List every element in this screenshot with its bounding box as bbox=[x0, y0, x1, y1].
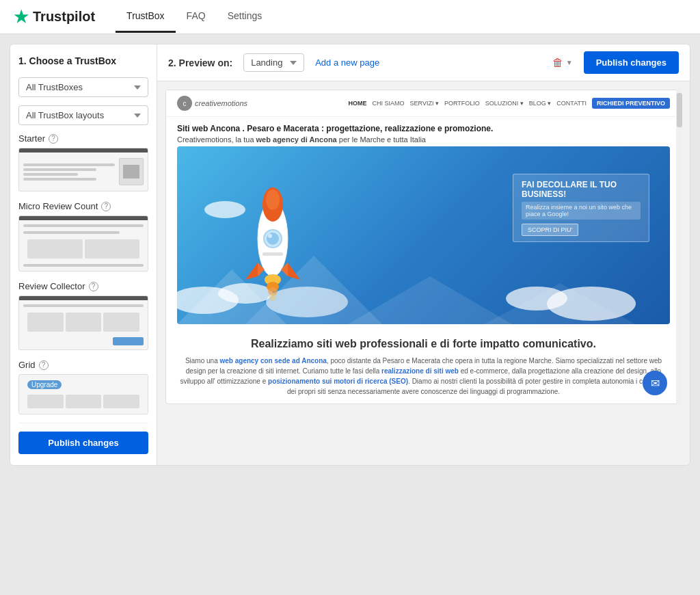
hero-cta-btn: SCOPRI DI PIU' bbox=[522, 224, 578, 236]
tab-settings[interactable]: Settings bbox=[217, 1, 273, 33]
header-publish-button[interactable]: Publish changes bbox=[584, 51, 679, 74]
micro-content bbox=[19, 220, 148, 271]
micro-info-icon[interactable]: ? bbox=[101, 202, 111, 211]
nav-blog: BLOG ▾ bbox=[529, 100, 552, 107]
content-heading: Realizziamo siti web professionali e di … bbox=[177, 338, 670, 350]
collector-preview[interactable] bbox=[18, 295, 148, 350]
preview-area: c creativemotions HOME CHI SIAMO SERVIZI… bbox=[157, 81, 690, 465]
sidebar: 1. Choose a TrustBox All TrustBoxes All … bbox=[10, 44, 157, 465]
hero-cta-subtitle: Realizza insieme a noi un sito web che p… bbox=[522, 202, 641, 220]
sidebar-bottom: Publish changes bbox=[18, 423, 148, 454]
svg-point-17 bbox=[269, 293, 276, 301]
starter-content bbox=[19, 153, 148, 191]
body-link-1[interactable]: web agency con sede ad Ancona bbox=[219, 357, 326, 365]
content-wrapper: 1. Choose a TrustBox All TrustBoxes All … bbox=[10, 44, 690, 466]
nav-chi: CHI SIAMO bbox=[373, 100, 405, 107]
svg-marker-12 bbox=[288, 263, 300, 280]
main-container: 1. Choose a TrustBox All TrustBoxes All … bbox=[0, 34, 700, 475]
hero-subtitle-end: per le Marche e tutta Italia bbox=[337, 135, 426, 144]
rocket-svg bbox=[242, 181, 304, 304]
collector-content bbox=[19, 300, 148, 349]
upgrade-badge: Upgrade bbox=[27, 380, 62, 389]
nav-soluzioni: SOLUZIONI ▾ bbox=[485, 100, 524, 107]
right-panel: 2. Preview on: Landing Add a new page 🗑 … bbox=[157, 44, 690, 465]
nav-home: HOME bbox=[349, 100, 367, 107]
hero-subtitle: Creativemotions, la tua web agency di An… bbox=[177, 135, 670, 144]
trash-chevron: ▼ bbox=[566, 59, 573, 66]
svg-point-8 bbox=[267, 233, 279, 245]
micro-preview[interactable] bbox=[18, 215, 148, 272]
tab-trustbox[interactable]: TrustBox bbox=[116, 1, 176, 33]
trustbox-starter-label: Starter bbox=[18, 133, 45, 144]
preview-scrollbar[interactable] bbox=[676, 90, 682, 404]
hero-image: FAI DECOLLARE IL TUO BUSINESS! Realizza … bbox=[177, 146, 670, 324]
hero-text-area: Siti web Ancona . Pesaro e Macerata : pr… bbox=[166, 117, 681, 146]
trustbox-item-grid[interactable]: Grid ? Upgrade bbox=[18, 360, 148, 414]
rocket-container bbox=[232, 174, 314, 310]
trustbox-list: Starter ? bbox=[18, 133, 148, 414]
website-preview-wrapper: c creativemotions HOME CHI SIAMO SERVIZI… bbox=[165, 90, 682, 404]
hero-cta-box: FAI DECOLLARE IL TUO BUSINESS! Realizza … bbox=[513, 174, 649, 242]
trustbox-item-micro[interactable]: Micro Review Count ? bbox=[18, 201, 148, 272]
chat-float-button[interactable]: ✉ bbox=[643, 371, 667, 395]
nav-portfolio: PORTFOLIO bbox=[444, 100, 480, 107]
trash-icon: 🗑 bbox=[552, 57, 563, 69]
nav-contatti: CONTATTI bbox=[556, 100, 587, 107]
collector-info-icon[interactable]: ? bbox=[89, 282, 98, 291]
top-bar: ★ Trustpilot TrustBox FAQ Settings bbox=[0, 0, 700, 34]
svg-rect-18 bbox=[262, 252, 283, 256]
body-link-2[interactable]: realizzazione di siti web bbox=[381, 367, 459, 375]
site-logo: c creativemotions bbox=[177, 96, 247, 111]
starter-info-icon[interactable]: ? bbox=[49, 134, 58, 144]
grid-preview[interactable]: Upgrade bbox=[18, 374, 148, 414]
hero-subtitle-bold: web agency di Ancona bbox=[256, 135, 337, 144]
trustbox-grid-label: Grid bbox=[18, 360, 36, 370]
page-select[interactable]: Landing bbox=[243, 53, 304, 72]
site-logo-icon: c bbox=[177, 96, 192, 111]
website-nav: c creativemotions HOME CHI SIAMO SERVIZI… bbox=[166, 90, 681, 117]
nav-cta-btn: RICHIEDI PREVENTIVO bbox=[592, 98, 670, 109]
svg-marker-2 bbox=[348, 276, 512, 324]
svg-marker-10 bbox=[245, 263, 258, 280]
svg-marker-3 bbox=[485, 283, 635, 324]
svg-point-6 bbox=[266, 189, 280, 210]
trustbox-collector-label: Review Collector bbox=[18, 281, 85, 291]
trustbox-item-starter[interactable]: Starter ? bbox=[18, 133, 148, 191]
body-text-1: Siamo una bbox=[185, 357, 220, 365]
body-link-3[interactable]: posizionamento sui motori di ricerca (SE… bbox=[268, 378, 408, 385]
website-preview: c creativemotions HOME CHI SIAMO SERVIZI… bbox=[165, 90, 682, 404]
logo-star: ★ bbox=[14, 8, 29, 27]
sidebar-title: 1. Choose a TrustBox bbox=[18, 55, 148, 66]
tab-faq[interactable]: FAQ bbox=[176, 1, 217, 33]
trustbox-micro-label: Micro Review Count bbox=[18, 201, 98, 211]
logo-text: Trustpilot bbox=[33, 9, 95, 25]
hero-cta-title: FAI DECOLLARE IL TUO BUSINESS! bbox=[522, 180, 641, 199]
hero-subtitle-plain: Creativemotions, la tua bbox=[177, 135, 256, 144]
delete-button[interactable]: 🗑 ▼ bbox=[552, 57, 573, 69]
main-nav: TrustBox FAQ Settings bbox=[116, 1, 273, 33]
site-nav-links: HOME CHI SIAMO SERVIZI ▾ PORTFOLIO SOLUZ… bbox=[349, 98, 670, 109]
filter-trustboxes-select[interactable]: All TrustBoxes bbox=[18, 77, 148, 97]
filter-layouts-select[interactable]: All TrustBox layouts bbox=[18, 105, 148, 125]
add-page-link[interactable]: Add a new page bbox=[315, 57, 379, 68]
nav-servizi: SERVIZI ▾ bbox=[410, 100, 439, 107]
preview-header: 2. Preview on: Landing Add a new page 🗑 … bbox=[157, 44, 690, 81]
app-logo: ★ Trustpilot bbox=[14, 8, 95, 27]
preview-on-label: 2. Preview on: bbox=[168, 57, 232, 68]
svg-point-9 bbox=[268, 234, 272, 238]
content-body: Siamo una web agency con sede ad Ancona,… bbox=[177, 356, 670, 397]
grid-info-icon[interactable]: ? bbox=[39, 360, 49, 370]
trustbox-item-collector[interactable]: Review Collector ? bbox=[18, 281, 148, 350]
starter-preview[interactable] bbox=[18, 148, 148, 191]
site-logo-text: creativemotions bbox=[195, 99, 247, 107]
hero-title: Siti web Ancona . Pesaro e Macerata : pr… bbox=[177, 124, 670, 133]
scrollbar-thumb bbox=[677, 93, 682, 127]
content-section: Realizziamo siti web professionali e di … bbox=[166, 331, 681, 404]
sidebar-publish-button[interactable]: Publish changes bbox=[18, 432, 148, 454]
